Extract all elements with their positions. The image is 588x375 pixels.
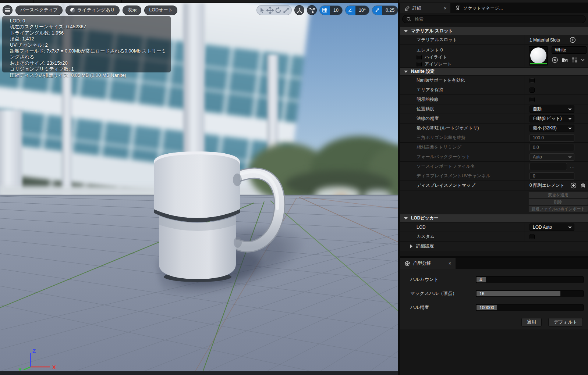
normal-precision-dropdown[interactable]: 自動(8 ビット): [529, 115, 574, 122]
search-input[interactable]: [414, 16, 582, 22]
minimum-residency-dropdown[interactable]: 最小 (32KB): [529, 125, 574, 132]
grid-snap-value: 10: [330, 6, 342, 15]
search-row: [400, 13, 588, 25]
expand-triangle-icon: [410, 244, 412, 248]
stat-line: LOD: 0: [10, 18, 171, 24]
grid-snap-control[interactable]: 10: [319, 6, 343, 15]
perspective-button[interactable]: パースペクティブ: [15, 6, 63, 15]
isolate-checkbox[interactable]: [417, 62, 422, 67]
lod-stats-overlay: LOD: 0 現在のスクリーンサイズ: 0.452367 トライアングル数: 1…: [2, 16, 171, 72]
collapse-triangle-icon: [404, 71, 408, 73]
tab-socket-manager[interactable]: ソケットマネージ...: [450, 3, 507, 13]
viewport-bottom-strip: [0, 371, 398, 375]
apply-button[interactable]: 適用: [521, 318, 542, 326]
material-select-dropdown[interactable]: White: [552, 46, 587, 54]
rotation-snap-control[interactable]: 10°: [345, 6, 369, 15]
rotate-tool-button[interactable]: [274, 7, 282, 14]
scale-snap-icon: [372, 6, 382, 15]
highlight-checkbox[interactable]: [417, 55, 422, 60]
lit-sphere-icon: [70, 8, 75, 12]
material-selected-bar: [530, 63, 547, 64]
keep-triangle-percent-input[interactable]: 100.0: [529, 134, 574, 142]
apply-changes-button[interactable]: 変更を適用: [528, 192, 588, 198]
displacement-uv-channel-input[interactable]: 0: [529, 172, 574, 180]
nanite-enable-row: Naniteサポートを有効化: [400, 76, 588, 85]
convex-hull-icon: [404, 261, 410, 266]
custom-checkbox[interactable]: [529, 234, 535, 239]
max-hull-verts-row: マックスハル（頂点） 16: [403, 286, 585, 300]
browse-to-asset-icon[interactable]: [562, 57, 568, 63]
mug-mesh: [145, 146, 293, 289]
search-box[interactable]: [402, 15, 586, 23]
show-button[interactable]: 表示: [123, 6, 141, 15]
defaults-button[interactable]: デフォルト: [548, 318, 583, 326]
preserve-area-checkbox[interactable]: [529, 88, 535, 93]
hull-count-row: ハルカウント 4: [403, 272, 585, 286]
displacement-uv-channel-row: ディスプレイスメントUVチャンネル 0: [400, 171, 588, 181]
lit-mode-button[interactable]: ライティングあり: [65, 6, 120, 15]
browse-file-button[interactable]: ...: [570, 164, 575, 169]
surface-snapping-button[interactable]: [307, 5, 317, 15]
stat-line: 頂点: 1,412: [10, 36, 171, 42]
lod-auto-button[interactable]: LODオート: [144, 6, 177, 15]
details-panel: 詳細 × ソケットマネージ... マテリアル スロット マテリアルスロット 1 …: [398, 3, 588, 375]
details-pencil-icon: [404, 6, 410, 11]
lod-row: LOD LOD Auto: [400, 222, 588, 232]
scale-tool-button[interactable]: [283, 7, 290, 14]
coordinate-system-button[interactable]: [294, 5, 304, 15]
socket-icon: [455, 5, 461, 11]
position-precision-dropdown[interactable]: 自動: [529, 106, 574, 113]
chevron-down-icon: [568, 107, 571, 110]
tab-convex-decomposition[interactable]: 凸型分解 ×: [400, 258, 456, 269]
section-material-slots[interactable]: マテリアル スロット: [400, 27, 588, 35]
stat-line: コリジョンプリミティブ数: 1: [10, 66, 171, 72]
tab-separator: [33, 0, 33, 3]
chevron-down-icon: [568, 126, 571, 129]
viewport-canvas[interactable]: LOD: 0 現在のスクリーンサイズ: 0.452367 トライアングル数: 1…: [0, 3, 398, 372]
stat-line: 現在のスクリーンサイズ: 0.452367: [10, 24, 171, 30]
remove-button[interactable]: 削除: [528, 199, 588, 205]
window-top-strip: [0, 0, 588, 3]
tab-separator: [121, 0, 122, 3]
source-import-filename-row: ソースインポートファイル名 ...: [400, 162, 588, 171]
select-tool-button[interactable]: [258, 7, 266, 14]
tab-details[interactable]: 詳細 ×: [400, 3, 450, 13]
material-element-row: エレメント 0 ハイライト アイソレート White: [400, 45, 588, 68]
add-material-slot-icon[interactable]: [570, 37, 576, 43]
section-lod-picker[interactable]: LODピッカー: [400, 214, 588, 222]
add-array-element-icon[interactable]: [570, 182, 577, 189]
close-tab-icon[interactable]: ×: [449, 261, 451, 266]
max-hull-verts-slider[interactable]: 16: [476, 290, 584, 297]
viewport-toolbar-right: 10 10° 0.25 0.1: [256, 5, 398, 15]
advanced-settings-row[interactable]: 詳細設定: [400, 242, 588, 251]
chevron-down-icon: [568, 225, 571, 228]
svg-text:Z: Z: [32, 348, 36, 354]
texture-streaming-icon[interactable]: [571, 57, 578, 63]
reimport-new-file-button[interactable]: 新規ファイルの再インポート: [528, 206, 588, 212]
stat-line: 圧縮ディスクの推定サイズ: 0.05 MB (0.00 MB Nanite): [10, 72, 171, 78]
move-tool-button[interactable]: [266, 7, 274, 14]
displacement-maps-row: ディスプレイスメントマップ 0 配列エレメント: [400, 181, 588, 190]
delete-array-icon[interactable]: [580, 183, 586, 189]
use-selected-asset-icon[interactable]: [552, 57, 558, 63]
scale-snap-control[interactable]: 0.25: [372, 6, 398, 15]
hull-precision-slider[interactable]: 100000: [476, 304, 584, 311]
close-tab-icon[interactable]: ×: [444, 6, 447, 11]
minimum-residency-row: 最小の常駐 (ルートジオメトリ) 最小 (32KB): [400, 124, 588, 133]
stat-line: 距離フィールド: 7x7x7 = 0.00Mbが常にロードされる0.00Mb ス…: [10, 48, 171, 60]
fallback-target-dropdown[interactable]: Auto: [529, 153, 574, 161]
material-slot-count: 1 Material Slots: [529, 38, 560, 43]
source-import-filename-input[interactable]: [529, 163, 567, 170]
angle-snap-icon: [346, 6, 355, 15]
nanite-enable-checkbox[interactable]: [529, 78, 535, 83]
explicit-tangents-checkbox[interactable]: [529, 97, 535, 102]
material-thumbnail[interactable]: [529, 46, 548, 65]
chevron-down-icon[interactable]: [581, 57, 585, 61]
hull-count-slider[interactable]: 4: [476, 276, 584, 283]
transform-tool-group: [256, 5, 292, 15]
viewport-menu-button[interactable]: [3, 5, 13, 15]
trim-relative-error-input[interactable]: 0.0: [529, 144, 574, 151]
lod-dropdown[interactable]: LOD Auto: [529, 224, 574, 231]
section-nanite-settings[interactable]: Nanite 設定: [400, 68, 588, 76]
displacement-maps-count: 0 配列エレメント: [529, 182, 564, 189]
